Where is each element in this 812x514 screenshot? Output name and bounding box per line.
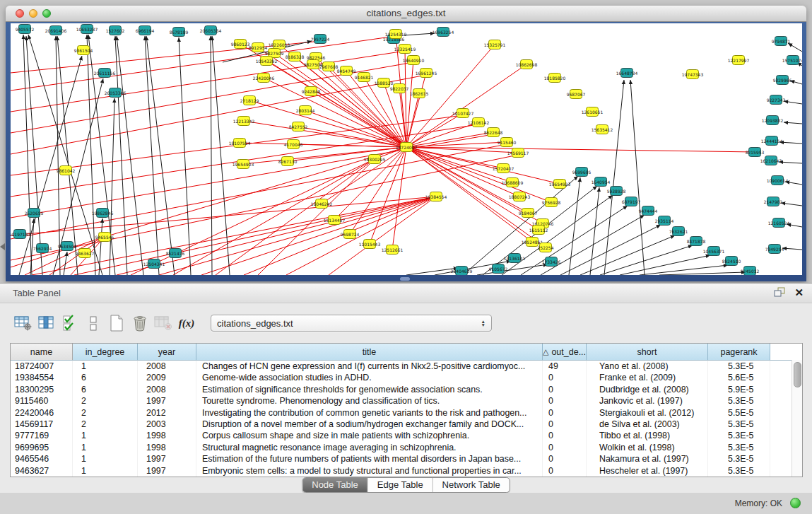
- apply-function-button[interactable]: f(x): [177, 313, 196, 333]
- graph-node[interactable]: 9242848: [302, 87, 321, 96]
- graph-node[interactable]: 9146821: [355, 73, 374, 82]
- graph-node[interactable]: 7562974: [33, 244, 52, 253]
- graph-node[interactable]: 14569117: [507, 148, 529, 158]
- graph-node[interactable]: 1862615: [410, 89, 429, 98]
- table-scrollbar[interactable]: [792, 360, 802, 477]
- graph-node[interactable]: 15720407: [493, 164, 514, 173]
- column-selector-button[interactable]: [37, 313, 56, 333]
- graph-node[interactable]: 9463627: [76, 249, 95, 258]
- graph-node[interactable]: 9245012: [741, 267, 760, 276]
- table-row[interactable]: 1938455462009Genome-wide association stu…: [11, 372, 802, 383]
- table-row[interactable]: 969969511998Structural magnetic resonanc…: [11, 442, 802, 453]
- graph-node[interactable]: 8267130: [278, 157, 298, 166]
- graph-node[interactable]: 16210643: [760, 156, 782, 165]
- column-header-short[interactable]: short: [587, 344, 708, 360]
- graph-node[interactable]: 1527602: [106, 26, 125, 35]
- new-document-button[interactable]: [107, 313, 126, 333]
- column-header-year[interactable]: year: [138, 344, 196, 360]
- graph-node[interactable]: 8924510: [722, 257, 741, 266]
- graph-node[interactable]: 10653287: [76, 25, 98, 34]
- graph-node[interactable]: 6966194: [136, 26, 155, 35]
- table-row[interactable]: 1872400712008Changes of HCN gene express…: [11, 361, 802, 372]
- graph-node[interactable]: 20691406: [45, 26, 67, 35]
- graph-node[interactable]: 19862846: [92, 209, 114, 218]
- graph-node[interactable]: 12610651: [582, 107, 604, 117]
- graph-node[interactable]: 2935114: [655, 216, 674, 226]
- graph-node[interactable]: 8678189: [170, 28, 189, 37]
- graph-node[interactable]: 15635412: [592, 125, 613, 134]
- graph-node[interactable]: 9756928: [542, 198, 561, 207]
- graph-node[interactable]: 18185820: [544, 74, 566, 83]
- graph-node[interactable]: 19654903: [233, 160, 254, 169]
- graph-node[interactable]: 12444154: [761, 136, 783, 146]
- graph-node[interactable]: 12160524: [768, 218, 790, 228]
- graph-node[interactable]: 9598724: [341, 230, 360, 239]
- tab-edge-table[interactable]: Edge Table: [367, 478, 433, 492]
- scrollbar-thumb[interactable]: [794, 362, 801, 387]
- tab-node-table[interactable]: Node Table: [302, 478, 367, 492]
- graph-node[interactable]: 2803144: [296, 106, 315, 115]
- graph-node[interactable]: 7349254: [765, 245, 784, 254]
- column-header-pagerank[interactable]: pagerank: [708, 344, 770, 360]
- graph-node[interactable]: 10900614: [767, 176, 789, 185]
- graph-node[interactable]: 15751074: [782, 56, 802, 65]
- window-titlebar[interactable]: citations_edges.txt: [6, 6, 806, 22]
- graph-node[interactable]: 10688609: [502, 178, 524, 187]
- graph-node[interactable]: 4170046: [284, 140, 303, 149]
- graph-node[interactable]: 8427552: [289, 122, 308, 132]
- graph-node[interactable]: 20605334: [200, 26, 222, 35]
- graph-node[interactable]: 8454749: [337, 66, 356, 76]
- zoom-window-button[interactable]: [42, 9, 51, 18]
- tab-network-table[interactable]: Network Table: [433, 478, 510, 492]
- graph-node[interactable]: 9860123: [231, 40, 250, 49]
- column-header-in_degree[interactable]: in_degree: [73, 344, 138, 360]
- graph-node[interactable]: 8215953: [746, 148, 765, 157]
- table-row[interactable]: 1830029562008Estimation of significance …: [11, 384, 802, 395]
- graph-node[interactable]: 1640954: [592, 177, 611, 187]
- graph-node[interactable]: 9587067: [567, 90, 586, 99]
- graph-node[interactable]: 12217997: [728, 56, 750, 65]
- graph-node[interactable]: 19747343: [682, 70, 704, 79]
- table-selector[interactable]: citations_edges.txt ▲▼: [211, 315, 492, 332]
- graph-node[interactable]: 9634508: [58, 242, 77, 251]
- graph-node[interactable]: 10862698: [516, 60, 538, 69]
- graph-node[interactable]: 8521476: [166, 249, 185, 258]
- delete-table-button[interactable]: [154, 313, 172, 333]
- graph-node[interactable]: 15325791: [484, 40, 506, 49]
- column-header-name[interactable]: name: [11, 344, 73, 360]
- graph-node[interactable]: 9329966: [773, 76, 792, 85]
- close-window-button[interactable]: [16, 9, 24, 18]
- minimize-window-button[interactable]: [29, 9, 37, 18]
- divider-grip[interactable]: [400, 277, 410, 281]
- graph-node[interactable]: 9474444: [639, 206, 658, 216]
- table-row[interactable]: 946362711997Embryonic stem cells: a mode…: [11, 465, 802, 477]
- graph-node[interactable]: 9699695: [572, 168, 592, 177]
- graph-node[interactable]: 19654923: [549, 180, 571, 189]
- graph-node[interactable]: 2620655: [25, 209, 44, 218]
- graph-node[interactable]: 16648784: [616, 69, 638, 78]
- graph-node[interactable]: 9227343: [767, 95, 786, 105]
- table-row[interactable]: 911546021997Tourette syndrome. Phenomeno…: [11, 395, 802, 407]
- graph-node[interactable]: 252254: [538, 243, 554, 252]
- float-window-icon[interactable]: [774, 287, 786, 298]
- column-header-out_de[interactable]: △out_de...: [543, 344, 587, 360]
- table-row[interactable]: 977716911998Corpus callosum shape and si…: [11, 430, 802, 441]
- graph-node[interactable]: 2718129: [240, 96, 259, 105]
- graph-node[interactable]: 16963254: [433, 28, 454, 37]
- table-row[interactable]: 2242004622012Investigating the contribut…: [11, 407, 802, 419]
- graph-node[interactable]: 16046242: [311, 199, 333, 209]
- select-rows-button[interactable]: [61, 313, 79, 333]
- table-settings-button[interactable]: [14, 313, 33, 333]
- graph-node[interactable]: 9105672: [489, 264, 508, 274]
- graph-node[interactable]: 18226058: [269, 40, 290, 49]
- graph-node[interactable]: 9794871: [772, 37, 791, 46]
- delete-rows-button[interactable]: [131, 313, 149, 333]
- column-header-title[interactable]: title: [196, 344, 543, 360]
- graph-node[interactable]: 12093832: [762, 116, 784, 125]
- graph-node[interactable]: 5938928: [607, 187, 626, 196]
- graph-node[interactable]: 8471878: [687, 237, 706, 246]
- close-panel-icon[interactable]: ✕: [794, 287, 804, 298]
- collapse-panel-handle-icon[interactable]: [0, 243, 5, 250]
- graph-node[interactable]: 22404639: [451, 267, 473, 276]
- graph-node[interactable]: 7957224: [311, 35, 330, 44]
